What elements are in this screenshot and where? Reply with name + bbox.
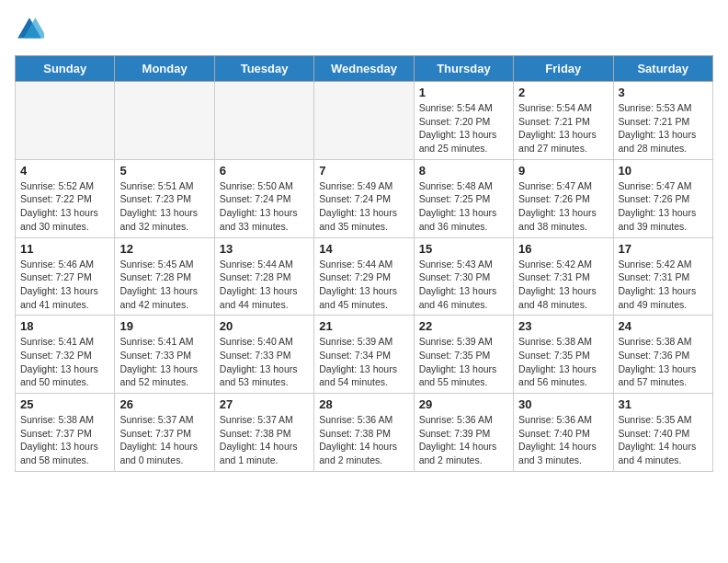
calendar-cell — [214, 82, 313, 160]
calendar-cell: 10Sunrise: 5:47 AMSunset: 7:26 PMDayligh… — [613, 159, 712, 237]
day-detail: Sunrise: 5:41 AMSunset: 7:33 PMDaylight:… — [119, 335, 209, 389]
day-detail: Sunrise: 5:44 AMSunset: 7:29 PMDaylight:… — [319, 258, 408, 312]
day-number: 15 — [419, 242, 508, 256]
calendar-week-3: 11Sunrise: 5:46 AMSunset: 7:27 PMDayligh… — [16, 237, 713, 316]
calendar-cell: 19Sunrise: 5:41 AMSunset: 7:33 PMDayligh… — [115, 316, 214, 394]
calendar-cell — [115, 82, 214, 160]
day-detail: Sunrise: 5:37 AMSunset: 7:38 PMDaylight:… — [220, 413, 309, 467]
day-detail: Sunrise: 5:36 AMSunset: 7:38 PMDaylight:… — [319, 413, 408, 467]
day-number: 14 — [319, 242, 408, 256]
calendar-cell: 1Sunrise: 5:54 AMSunset: 7:20 PMDaylight… — [414, 82, 513, 160]
logo — [15, 15, 48, 44]
col-header-sunday: Sunday — [16, 56, 115, 82]
day-number: 27 — [220, 397, 309, 411]
logo-icon — [15, 15, 44, 44]
col-header-friday: Friday — [514, 56, 613, 82]
day-detail: Sunrise: 5:50 AMSunset: 7:24 PMDaylight:… — [220, 179, 309, 234]
day-detail: Sunrise: 5:46 AMSunset: 7:27 PMDaylight:… — [20, 258, 109, 312]
day-number: 24 — [619, 319, 708, 333]
day-number: 5 — [119, 164, 209, 178]
day-detail: Sunrise: 5:36 AMSunset: 7:40 PMDaylight:… — [518, 413, 608, 467]
day-number: 23 — [518, 319, 608, 333]
day-number: 20 — [220, 319, 309, 333]
calendar-cell: 29Sunrise: 5:36 AMSunset: 7:39 PMDayligh… — [414, 394, 513, 472]
day-detail: Sunrise: 5:38 AMSunset: 7:36 PMDaylight:… — [619, 335, 708, 389]
day-number: 30 — [518, 397, 608, 411]
page-header — [15, 15, 713, 44]
day-detail: Sunrise: 5:43 AMSunset: 7:30 PMDaylight:… — [419, 258, 508, 312]
calendar-cell: 28Sunrise: 5:36 AMSunset: 7:38 PMDayligh… — [314, 394, 414, 472]
calendar-cell: 4Sunrise: 5:52 AMSunset: 7:22 PMDaylight… — [16, 159, 115, 237]
day-number: 1 — [419, 86, 508, 99]
calendar-cell: 22Sunrise: 5:39 AMSunset: 7:35 PMDayligh… — [414, 316, 513, 394]
calendar-cell: 3Sunrise: 5:53 AMSunset: 7:21 PMDaylight… — [613, 82, 712, 160]
day-detail: Sunrise: 5:39 AMSunset: 7:34 PMDaylight:… — [319, 335, 408, 389]
calendar-week-1: 1Sunrise: 5:54 AMSunset: 7:20 PMDaylight… — [16, 82, 713, 160]
calendar-cell: 25Sunrise: 5:38 AMSunset: 7:37 PMDayligh… — [16, 394, 115, 472]
calendar-cell: 5Sunrise: 5:51 AMSunset: 7:23 PMDaylight… — [115, 159, 214, 237]
calendar-header-row: SundayMondayTuesdayWednesdayThursdayFrid… — [16, 56, 713, 82]
calendar-cell — [314, 82, 414, 160]
day-detail: Sunrise: 5:40 AMSunset: 7:33 PMDaylight:… — [220, 335, 309, 389]
day-detail: Sunrise: 5:51 AMSunset: 7:23 PMDaylight:… — [119, 179, 209, 234]
calendar-cell: 21Sunrise: 5:39 AMSunset: 7:34 PMDayligh… — [314, 316, 414, 394]
calendar-cell — [16, 82, 115, 160]
day-detail: Sunrise: 5:45 AMSunset: 7:28 PMDaylight:… — [119, 258, 209, 312]
day-detail: Sunrise: 5:53 AMSunset: 7:21 PMDaylight:… — [619, 101, 708, 155]
col-header-wednesday: Wednesday — [314, 56, 414, 82]
day-number: 13 — [220, 242, 309, 256]
calendar-cell: 24Sunrise: 5:38 AMSunset: 7:36 PMDayligh… — [613, 316, 712, 394]
col-header-thursday: Thursday — [414, 56, 513, 82]
day-number: 8 — [419, 164, 508, 178]
day-detail: Sunrise: 5:52 AMSunset: 7:22 PMDaylight:… — [20, 179, 109, 234]
calendar-week-5: 25Sunrise: 5:38 AMSunset: 7:37 PMDayligh… — [16, 394, 713, 472]
day-detail: Sunrise: 5:47 AMSunset: 7:26 PMDaylight:… — [619, 179, 708, 234]
day-detail: Sunrise: 5:38 AMSunset: 7:35 PMDaylight:… — [518, 335, 608, 389]
col-header-tuesday: Tuesday — [214, 56, 313, 82]
day-number: 10 — [619, 164, 708, 178]
day-detail: Sunrise: 5:35 AMSunset: 7:40 PMDaylight:… — [619, 413, 708, 467]
col-header-saturday: Saturday — [613, 56, 712, 82]
day-detail: Sunrise: 5:54 AMSunset: 7:21 PMDaylight:… — [518, 101, 608, 155]
day-detail: Sunrise: 5:36 AMSunset: 7:39 PMDaylight:… — [419, 413, 508, 467]
day-number: 25 — [20, 397, 109, 411]
day-number: 21 — [319, 319, 408, 333]
day-number: 3 — [619, 86, 708, 99]
calendar-cell: 8Sunrise: 5:48 AMSunset: 7:25 PMDaylight… — [414, 159, 513, 237]
calendar-cell: 6Sunrise: 5:50 AMSunset: 7:24 PMDaylight… — [214, 159, 313, 237]
calendar-cell: 20Sunrise: 5:40 AMSunset: 7:33 PMDayligh… — [214, 316, 313, 394]
day-detail: Sunrise: 5:54 AMSunset: 7:20 PMDaylight:… — [419, 101, 508, 155]
col-header-monday: Monday — [115, 56, 214, 82]
day-detail: Sunrise: 5:42 AMSunset: 7:31 PMDaylight:… — [518, 258, 608, 312]
day-number: 28 — [319, 397, 408, 411]
day-detail: Sunrise: 5:47 AMSunset: 7:26 PMDaylight:… — [518, 179, 608, 234]
day-number: 19 — [119, 319, 209, 333]
day-detail: Sunrise: 5:38 AMSunset: 7:37 PMDaylight:… — [20, 413, 109, 467]
calendar-cell: 12Sunrise: 5:45 AMSunset: 7:28 PMDayligh… — [115, 237, 214, 316]
calendar-cell: 13Sunrise: 5:44 AMSunset: 7:28 PMDayligh… — [214, 237, 313, 316]
calendar-week-4: 18Sunrise: 5:41 AMSunset: 7:32 PMDayligh… — [16, 316, 713, 394]
day-detail: Sunrise: 5:42 AMSunset: 7:31 PMDaylight:… — [619, 258, 708, 312]
day-number: 7 — [319, 164, 408, 178]
day-number: 22 — [419, 319, 508, 333]
calendar-cell: 17Sunrise: 5:42 AMSunset: 7:31 PMDayligh… — [613, 237, 712, 316]
day-number: 12 — [119, 242, 209, 256]
calendar-cell: 31Sunrise: 5:35 AMSunset: 7:40 PMDayligh… — [613, 394, 712, 472]
day-detail: Sunrise: 5:41 AMSunset: 7:32 PMDaylight:… — [20, 335, 109, 389]
day-detail: Sunrise: 5:44 AMSunset: 7:28 PMDaylight:… — [220, 258, 309, 312]
day-number: 4 — [20, 164, 109, 178]
calendar-cell: 7Sunrise: 5:49 AMSunset: 7:24 PMDaylight… — [314, 159, 414, 237]
calendar-cell: 27Sunrise: 5:37 AMSunset: 7:38 PMDayligh… — [214, 394, 313, 472]
calendar-cell: 2Sunrise: 5:54 AMSunset: 7:21 PMDaylight… — [514, 82, 613, 160]
day-number: 2 — [518, 86, 608, 99]
day-detail: Sunrise: 5:39 AMSunset: 7:35 PMDaylight:… — [419, 335, 508, 389]
day-number: 18 — [20, 319, 109, 333]
calendar-week-2: 4Sunrise: 5:52 AMSunset: 7:22 PMDaylight… — [16, 159, 713, 237]
day-number: 6 — [220, 164, 309, 178]
calendar-cell: 15Sunrise: 5:43 AMSunset: 7:30 PMDayligh… — [414, 237, 513, 316]
day-detail: Sunrise: 5:37 AMSunset: 7:37 PMDaylight:… — [119, 413, 209, 467]
day-number: 31 — [619, 397, 708, 411]
calendar-table: SundayMondayTuesdayWednesdayThursdayFrid… — [15, 55, 713, 472]
calendar-cell: 14Sunrise: 5:44 AMSunset: 7:29 PMDayligh… — [314, 237, 414, 316]
day-number: 17 — [619, 242, 708, 256]
